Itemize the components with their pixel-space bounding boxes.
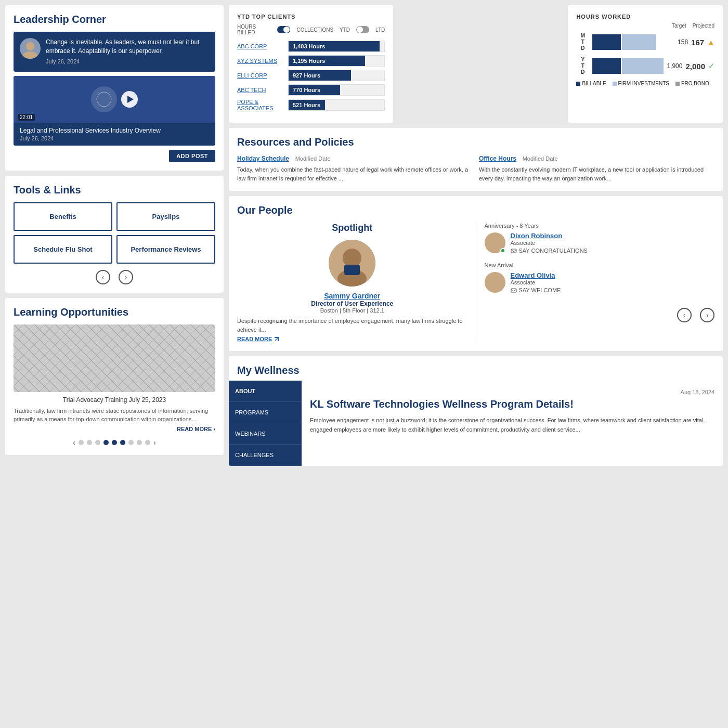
ytd-toggle[interactable] bbox=[356, 26, 369, 33]
tools-nav: ‹ › bbox=[14, 270, 215, 284]
svg-rect-8 bbox=[511, 289, 516, 292]
learning-dot-nav: ‹ › bbox=[14, 438, 215, 447]
mtd-target-value: 158 bbox=[678, 38, 688, 46]
client-bar-3: 770 Hours bbox=[288, 84, 385, 96]
hours-billed-toggle[interactable] bbox=[277, 26, 290, 33]
dot-2[interactable] bbox=[87, 440, 92, 445]
mtd-projected-value: 167 bbox=[691, 38, 704, 47]
leadership-title: Leadership Corner bbox=[14, 14, 215, 25]
ytd-header: YTD TOP CLIENTS bbox=[237, 14, 385, 20]
pro-bono-legend-label: PRO BONO bbox=[681, 81, 709, 86]
collections-label: COLLECTIONS bbox=[296, 27, 333, 33]
spotlight-name[interactable]: Sammy Gardner bbox=[237, 292, 467, 300]
dot-4[interactable] bbox=[103, 440, 109, 445]
people-next-button[interactable]: › bbox=[700, 308, 714, 322]
client-bar-fill-1: 1,195 Hours bbox=[289, 56, 365, 66]
mtd-values: 158 167 ▲ bbox=[678, 38, 714, 47]
client-row-3: ABC TECH 770 Hours bbox=[237, 84, 385, 96]
tools-title: Tools & Links bbox=[14, 184, 215, 196]
anniversary-avatar bbox=[485, 232, 505, 253]
people-prev-button[interactable]: ‹ bbox=[677, 308, 692, 322]
mtd-bars bbox=[592, 34, 674, 50]
dot-5[interactable] bbox=[112, 440, 117, 445]
learning-read-more[interactable]: READ MORE › bbox=[14, 426, 215, 432]
anniv-col: Anniversary - 8 Years Dixon Robinson Ass… bbox=[485, 223, 715, 343]
wellness-tab-about[interactable]: ABOUT bbox=[229, 381, 302, 402]
ytd-bars bbox=[592, 58, 664, 74]
resource-link-1[interactable]: Office Hours bbox=[479, 155, 516, 162]
anniversary-name[interactable]: Dixon Robinson bbox=[511, 232, 588, 240]
target-label: Target bbox=[672, 23, 686, 29]
say-congratulations-button[interactable]: SAY CONGRATULATIONS bbox=[511, 248, 588, 254]
client-bar-1: 1,195 Hours bbox=[288, 55, 385, 67]
hours-legend-box: BILLABLE FIRM INVESTMENTS PRO BONO bbox=[576, 81, 714, 86]
client-bar-4: 521 Hours bbox=[288, 99, 385, 111]
benefits-button[interactable]: Benefits bbox=[14, 202, 112, 231]
dot-6[interactable] bbox=[120, 440, 125, 445]
wellness-tab-programs[interactable]: PROGRAMS bbox=[229, 402, 302, 423]
svg-rect-6 bbox=[344, 265, 360, 275]
projected-label: Projected bbox=[693, 23, 714, 29]
spotlight-desc: Despite recognizing the importance of em… bbox=[237, 317, 467, 334]
wellness-tabs: ABOUT PROGRAMS WEBINARS CHALLENGES bbox=[229, 381, 302, 466]
client-name-1[interactable]: XYZ SYSTEMS bbox=[237, 58, 284, 64]
client-hours-4: 521 Hours bbox=[293, 102, 320, 108]
client-hours-2: 927 Hours bbox=[293, 72, 320, 79]
wellness-tab-challenges[interactable]: CHALLENGES bbox=[229, 445, 302, 466]
dot-9[interactable] bbox=[145, 440, 150, 445]
resource-desc-1: With the constantly evolving modern IT w… bbox=[479, 165, 714, 183]
wellness-content: Aug 18, 2024 KL Software Technologies We… bbox=[302, 381, 723, 466]
leader-date-1: July 26, 2024 bbox=[46, 58, 209, 66]
client-bar-fill-2: 927 Hours bbox=[289, 70, 351, 81]
spotlight-read-more[interactable]: READ MORE bbox=[237, 336, 280, 342]
wellness-content-title: KL Software Technologies Wellness Progra… bbox=[310, 397, 714, 411]
ytd-billable-bar bbox=[592, 58, 621, 74]
say-welcome-button[interactable]: SAY WELCOME bbox=[511, 287, 561, 293]
hours-header: HOURS WORKED bbox=[576, 14, 714, 20]
learning-title: Learning Opportunities bbox=[14, 306, 215, 318]
spotlight-location: Boston | 5th Floor | 312.1 bbox=[237, 307, 467, 314]
wellness-tab-webinars[interactable]: WEBINARS bbox=[229, 423, 302, 445]
resource-item-1: Office Hours Modified Date With the cons… bbox=[479, 154, 714, 183]
svg-point-0 bbox=[26, 42, 34, 50]
client-name-3[interactable]: ABC TECH bbox=[237, 87, 284, 93]
client-name-2[interactable]: ELLI CORP bbox=[237, 72, 284, 79]
people-nav: ‹ › bbox=[485, 308, 715, 322]
schedule-flu-shot-button[interactable]: Schedule Flu Shot bbox=[14, 235, 112, 264]
mtd-projected-bar bbox=[622, 34, 656, 50]
resources-section: Resources and Policies Holiday Schedule … bbox=[229, 128, 723, 191]
svg-rect-7 bbox=[511, 249, 516, 253]
dot-7[interactable] bbox=[128, 440, 134, 445]
client-name-4[interactable]: POPE & ASSOCIATES bbox=[237, 99, 284, 111]
tools-section: Tools & Links Benefits Payslips Schedule… bbox=[5, 176, 224, 293]
client-row-2: ELLI CORP 927 Hours bbox=[237, 70, 385, 81]
add-post-button[interactable]: ADD POST bbox=[169, 150, 215, 162]
pro-bono-legend: PRO BONO bbox=[675, 81, 709, 86]
video-date: July 26, 2024 bbox=[20, 135, 209, 141]
client-row-1: XYZ SYSTEMS 1,195 Hours bbox=[237, 55, 385, 67]
new-arrival-name[interactable]: Edward Olivia bbox=[511, 271, 561, 279]
resource-link-0[interactable]: Holiday Schedule bbox=[237, 155, 289, 162]
learning-next-button[interactable]: › bbox=[153, 438, 156, 447]
dot-8[interactable] bbox=[137, 440, 142, 445]
mtd-billable-bar bbox=[592, 34, 621, 50]
performance-reviews-button[interactable]: Performance Reviews bbox=[116, 235, 215, 264]
client-name-0[interactable]: ABC CORP bbox=[237, 43, 284, 49]
anniversary-person-row: Dixon Robinson Associate SAY CONGRATULAT… bbox=[485, 232, 715, 254]
leadership-post-1: Change is inevitable. As leaders, we mus… bbox=[14, 32, 215, 72]
payslips-button[interactable]: Payslips bbox=[116, 202, 215, 231]
ytd-toggle-row: HOURS BILLED COLLECTIONS YTD LTD bbox=[237, 24, 385, 35]
tools-next-button[interactable]: › bbox=[119, 270, 133, 284]
resource-date-0: Modified Date bbox=[295, 155, 331, 162]
tools-prev-button[interactable]: ‹ bbox=[96, 270, 110, 284]
dot-3[interactable] bbox=[95, 440, 100, 445]
video-post: 22:01 Legal and Professional Services In… bbox=[14, 76, 215, 146]
mtd-label: MTD bbox=[576, 33, 589, 51]
ytd-hours-row: YTD 1,900 2,000 ✓ bbox=[576, 57, 714, 75]
learning-prev-button[interactable]: ‹ bbox=[73, 438, 75, 447]
anniversary-section: Anniversary - 8 Years Dixon Robinson Ass… bbox=[485, 223, 715, 254]
video-thumbnail[interactable]: 22:01 bbox=[14, 76, 215, 123]
ytd-projected-bar bbox=[622, 58, 664, 74]
dot-1[interactable] bbox=[79, 440, 84, 445]
ytd-target-value: 1,900 bbox=[667, 62, 682, 70]
